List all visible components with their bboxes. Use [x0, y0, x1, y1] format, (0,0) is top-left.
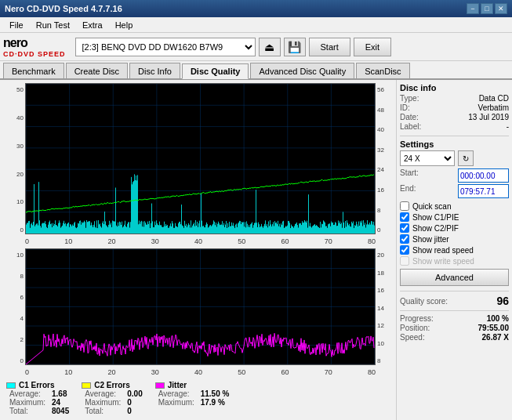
quality-score-row: Quality score: 96 [400, 295, 509, 307]
end-time-input[interactable] [458, 184, 509, 198]
progress-value: 100 % [487, 314, 509, 323]
type-label: Type: [400, 94, 431, 103]
eject-button[interactable]: ⏏ [259, 38, 281, 56]
top-chart-y-axis-right: 56484032241680 [376, 83, 393, 237]
progress-label: Progress: [400, 314, 434, 323]
jitter-label: Jitter [168, 381, 187, 389]
menu-file[interactable]: File [3, 19, 30, 31]
disc-info-section: Disc info Type: Data CD ID: Verbatim Dat… [400, 83, 509, 131]
c2-label: C2 Errors [94, 381, 130, 389]
quality-score-value: 96 [496, 295, 509, 307]
bottom-chart [25, 248, 376, 365]
main-content: 50403020100 56484032241680 0102030405060… [0, 80, 512, 420]
disc-info-title: Disc info [400, 83, 509, 92]
end-time-label: End: [400, 184, 431, 198]
id-label: ID: [400, 103, 431, 112]
title-bar: Nero CD-DVD Speed 4.7.7.16 − □ ✕ [0, 0, 512, 17]
tab-disc-quality[interactable]: Disc Quality [182, 63, 249, 79]
advanced-button[interactable]: Advanced [400, 269, 509, 286]
speed-label: Speed: [400, 333, 425, 342]
top-chart-x-axis: 01020304050607080 [3, 237, 393, 247]
show-jitter-checkbox[interactable] [400, 234, 409, 244]
tab-disc-info[interactable]: Disc Info [129, 63, 180, 78]
c2-color-box [82, 382, 91, 389]
top-chart [25, 83, 376, 234]
legend-c2: C2 Errors Average:0.00 Maximum:0 Total:0 [82, 381, 142, 415]
close-button[interactable]: ✕ [495, 3, 507, 14]
refresh-button[interactable]: ↻ [458, 150, 474, 166]
start-time-input[interactable]: 000:00.00 [458, 168, 509, 183]
start-button[interactable]: Start [309, 38, 350, 56]
checkbox-write-speed: Show write speed [400, 256, 509, 266]
bottom-chart-y-axis-left: 1086420 [3, 248, 25, 368]
top-chart-canvas [26, 84, 375, 234]
show-write-speed-checkbox [400, 256, 409, 266]
menu-extra[interactable]: Extra [76, 19, 109, 31]
menu-help[interactable]: Help [109, 19, 140, 31]
menu-run-test[interactable]: Run Test [30, 19, 76, 31]
jitter-color-box [155, 382, 165, 389]
show-c2-pif-checkbox[interactable] [400, 223, 409, 233]
menu-bar: File Run Test Extra Help [0, 17, 512, 33]
app-title: Nero CD-DVD Speed 4.7.7.16 [5, 4, 122, 13]
start-time-label: Start: [400, 168, 431, 183]
exit-button[interactable]: Exit [354, 38, 391, 56]
divider-3 [400, 310, 509, 311]
top-chart-y-axis-left: 50403020100 [3, 83, 25, 237]
type-value: Data CD [479, 94, 509, 103]
bottom-chart-y-axis-right: 2018161412108 [376, 248, 393, 368]
progress-section: Progress: 100 % Position: 79:55.00 Speed… [400, 314, 509, 342]
settings-section: Settings 24 X ↻ Start: 000:00.00 End: Qu… [400, 139, 509, 286]
legend-jitter: Jitter Average:11.50 % Maximum:17.9 % [155, 381, 230, 415]
position-value: 79:55.00 [478, 324, 509, 332]
nero-logo: nero CD·DVD SPEED [3, 36, 66, 58]
bottom-chart-x-axis: 01020304050607080 [3, 368, 393, 378]
window-controls: − □ ✕ [467, 3, 507, 14]
bottom-chart-canvas [26, 249, 375, 364]
drive-select[interactable]: [2:3] BENQ DVD DD DW1620 B7W9 [75, 38, 256, 56]
position-label: Position: [400, 324, 430, 332]
checkbox-c1-pie: Show C1/PIE [400, 212, 509, 222]
save-button[interactable]: 💾 [284, 38, 306, 56]
right-panel: Disc info Type: Data CD ID: Verbatim Dat… [396, 80, 512, 420]
disc-label-value: - [507, 122, 509, 131]
c1-color-box [6, 382, 16, 389]
id-value: Verbatim [478, 103, 509, 112]
settings-title: Settings [400, 139, 509, 149]
show-read-speed-checkbox[interactable] [400, 245, 409, 255]
divider-1 [400, 136, 509, 136]
checkbox-jitter: Show jitter [400, 234, 509, 244]
tab-scan-disc[interactable]: ScanDisc [356, 63, 409, 78]
legend-area: C1 Errors Average:1.68 Maximum:24 Total:… [3, 378, 393, 417]
show-c1-pie-checkbox[interactable] [400, 212, 409, 222]
checkbox-quick-scan: Quick scan [400, 201, 509, 211]
tab-benchmark[interactable]: Benchmark [3, 63, 64, 78]
tab-advanced-disc-quality[interactable]: Advanced Disc Quality [250, 63, 354, 78]
tab-bar: Benchmark Create Disc Disc Info Disc Qua… [0, 61, 512, 80]
legend-c1: C1 Errors Average:1.68 Maximum:24 Total:… [6, 381, 69, 415]
chart-area: 50403020100 56484032241680 0102030405060… [0, 80, 396, 420]
quick-scan-checkbox[interactable] [400, 201, 409, 211]
checkbox-read-speed: Show read speed [400, 245, 509, 255]
c1-label: C1 Errors [19, 381, 55, 389]
tab-create-disc[interactable]: Create Disc [66, 63, 128, 78]
speed-value: 26.87 X [482, 333, 509, 342]
divider-2 [400, 291, 509, 291]
toolbar: nero CD·DVD SPEED [2:3] BENQ DVD DD DW16… [0, 33, 512, 61]
speed-select[interactable]: 24 X [400, 150, 455, 166]
quality-score-label: Quality score: [400, 297, 448, 306]
date-label: Date: [400, 113, 431, 121]
disc-label-label: Label: [400, 122, 431, 131]
date-value: 13 Jul 2019 [468, 113, 509, 121]
minimize-button[interactable]: − [467, 3, 479, 14]
maximize-button[interactable]: □ [481, 3, 493, 14]
checkbox-c2-pif: Show C2/PIF [400, 223, 509, 233]
